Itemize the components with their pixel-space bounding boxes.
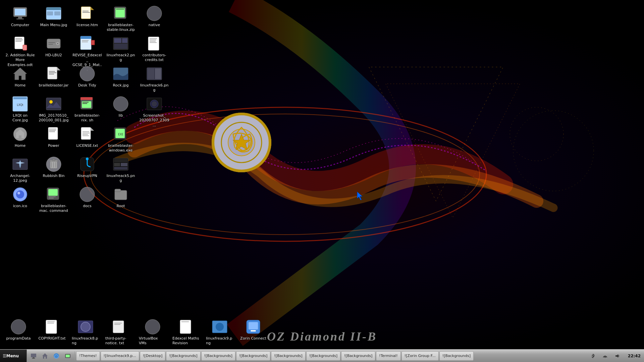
svg-point-119 <box>152 101 157 107</box>
task-linuxfreack9[interactable]: ![linuxfreack9.p... <box>101 351 139 361</box>
icon-docs[interactable]: docs <box>70 184 104 215</box>
svg-rect-113 <box>150 42 157 43</box>
icon-linuxfreack6[interactable]: linuxfreack6.png <box>138 64 171 94</box>
icon-revise-edexcel[interactable]: REVISE_Edexcel_ GCSE_9_1_Mat... <box>70 34 104 64</box>
bluetooth-icon[interactable] <box>588 351 598 361</box>
quick-launch-3[interactable] <box>52 351 61 361</box>
dock-copyright[interactable]: COPYRIGHT.txt <box>37 317 67 348</box>
svg-rect-45 <box>49 74 54 74</box>
task-backgrounds-1[interactable]: ![Backgrounds] <box>166 351 200 361</box>
icon-desk-tidy[interactable]: Desk Tidy <box>70 64 104 94</box>
task-backgrounds-6[interactable]: ![Backgrounds] <box>341 351 375 361</box>
dock-zorin-connect[interactable]: Zorin Connect <box>238 317 268 348</box>
svg-point-125 <box>81 322 90 331</box>
task-backgrounds-7[interactable]: ![Backgrounds] <box>439 351 474 361</box>
icon-home[interactable]: Home <box>3 64 37 94</box>
icon-addition-rule[interactable]: 2. Addition Rule More Examples.odt <box>3 34 37 64</box>
icon-brailleblaster-windows[interactable]: EXE brailleblaster- windows.exe <box>104 124 138 154</box>
svg-rect-83 <box>83 133 90 133</box>
svg-rect-13 <box>16 18 24 19</box>
icon-archangel[interactable]: Archangel-12.jpeg <box>3 154 37 184</box>
svg-rect-33 <box>47 11 53 15</box>
icon-img-20170510[interactable]: IMG_20170510_ 200100_001.jpg <box>37 94 70 124</box>
icon-native[interactable]: native <box>138 3 171 34</box>
icon-hd-lbu2[interactable]: HD-LBU2 <box>37 34 70 64</box>
svg-rect-69 <box>80 36 91 39</box>
task-backgrounds-2[interactable]: ![Backgrounds] <box>201 351 235 361</box>
dock-third-party[interactable]: third-party-notice. txt <box>104 317 134 348</box>
quick-launch-2[interactable] <box>40 351 50 361</box>
icon-home2[interactable]: Home <box>3 124 37 154</box>
svg-rect-94 <box>122 38 127 43</box>
icon-main-menu[interactable]: Main Menu.jpg <box>37 3 70 34</box>
task-backgrounds-4[interactable]: ![Backgrounds] <box>271 351 305 361</box>
svg-rect-139 <box>32 358 35 359</box>
svg-marker-140 <box>42 353 48 359</box>
taskbar-tasks: !Themes! ![linuxfreack9.p... ![Desktop] … <box>75 350 586 362</box>
dock-edexcel-maths[interactable]: Edexcel Maths Revision <box>171 317 201 348</box>
svg-rect-15 <box>15 38 22 39</box>
icon-icon-ico[interactable]: icon.ico <box>3 184 37 215</box>
icon-contributors[interactable]: contributors- credits.txt <box>138 34 171 64</box>
svg-rect-90 <box>115 8 125 17</box>
icon-rock-jpg[interactable]: Rock.jpg <box>104 64 138 94</box>
icon-lib[interactable]: lib <box>104 94 138 124</box>
svg-rect-126 <box>113 321 124 333</box>
svg-rect-18 <box>23 45 27 50</box>
task-zorin-group[interactable]: ![Zorin Group F... <box>401 351 439 361</box>
dock-program-data[interactable]: programData <box>3 317 34 348</box>
taskbar-clock: 22:42 <box>625 354 644 358</box>
svg-rect-122 <box>47 321 55 322</box>
svg-point-47 <box>49 100 53 104</box>
quick-launch-4[interactable] <box>63 351 72 361</box>
svg-rect-39 <box>48 44 53 45</box>
svg-rect-34 <box>54 11 60 15</box>
icon-brailleblaster-nix[interactable]: brailleblaster-nix. sh <box>70 94 104 124</box>
svg-rect-67 <box>83 12 90 13</box>
systray <box>586 351 625 361</box>
dock-linuxfreack9[interactable]: linuxfreack9.png <box>205 317 235 348</box>
svg-point-108 <box>147 6 162 21</box>
svg-marker-65 <box>91 7 94 10</box>
icon-linuxfreack2[interactable]: linuxfreack2.png <box>104 34 138 64</box>
network-icon[interactable] <box>600 351 610 361</box>
svg-rect-12 <box>18 17 22 18</box>
svg-point-133 <box>216 323 224 331</box>
dock-virtualbox[interactable]: VirtualBox VMs <box>138 317 168 348</box>
svg-rect-16 <box>15 40 23 40</box>
taskbar-menu-button[interactable]: ☰Menu <box>0 350 27 362</box>
svg-point-73 <box>80 66 95 81</box>
svg-point-120 <box>11 319 26 334</box>
svg-rect-55 <box>52 159 55 161</box>
icon-lxqt-core[interactable]: LXQt LXQt on Core.jpg <box>3 94 37 124</box>
svg-point-144 <box>604 357 605 358</box>
svg-rect-93 <box>114 38 121 43</box>
icon-power[interactable]: Power <box>37 124 70 154</box>
volume-icon[interactable] <box>612 351 622 361</box>
task-terminal[interactable]: !Terminal! <box>376 351 400 361</box>
svg-rect-32 <box>46 7 61 10</box>
icon-riseupvpn[interactable]: RiseupVPN <box>70 154 104 184</box>
svg-rect-104 <box>121 163 127 166</box>
icon-license-htm[interactable]: license.htm <box>70 3 104 34</box>
icon-rubbish-bin[interactable]: Rubbish Bin <box>37 154 70 184</box>
task-backgrounds-5[interactable]: ![Backgrounds] <box>306 351 340 361</box>
task-backgrounds-3[interactable]: ![Backgrounds] <box>236 351 270 361</box>
icon-screenshot[interactable]: Screenshot_ 20200707_2309... <box>138 94 171 124</box>
icon-root[interactable]: Root <box>104 184 138 215</box>
svg-text:EXE: EXE <box>118 133 123 136</box>
icon-computer[interactable]: Computer <box>3 3 37 34</box>
task-desktop[interactable]: ![Desktop] <box>140 351 165 361</box>
quick-launch-1[interactable] <box>29 351 38 361</box>
task-themes[interactable]: !Themes! <box>76 351 100 361</box>
icon-brailleblaster-stable[interactable]: brailleblaster- stable-linux.zip <box>104 3 138 34</box>
icon-brailleblaster-jar[interactable]: brailleblaster.jar <box>37 64 70 94</box>
icon-brailleblaster-mac[interactable]: brailleblaster-mac. command <box>37 184 70 215</box>
icon-license-txt[interactable]: LICENSE.txt <box>70 124 104 154</box>
svg-point-88 <box>80 187 95 202</box>
dock-linuxfreack8[interactable]: linuxfreack8.png <box>70 317 101 348</box>
icon-linuxfreack5[interactable]: linuxfreack5.png <box>104 154 138 184</box>
svg-rect-128 <box>114 324 120 325</box>
svg-rect-107 <box>115 189 121 192</box>
desktop-icons: Computer 2. Addition Rule More Examples.… <box>0 0 154 235</box>
